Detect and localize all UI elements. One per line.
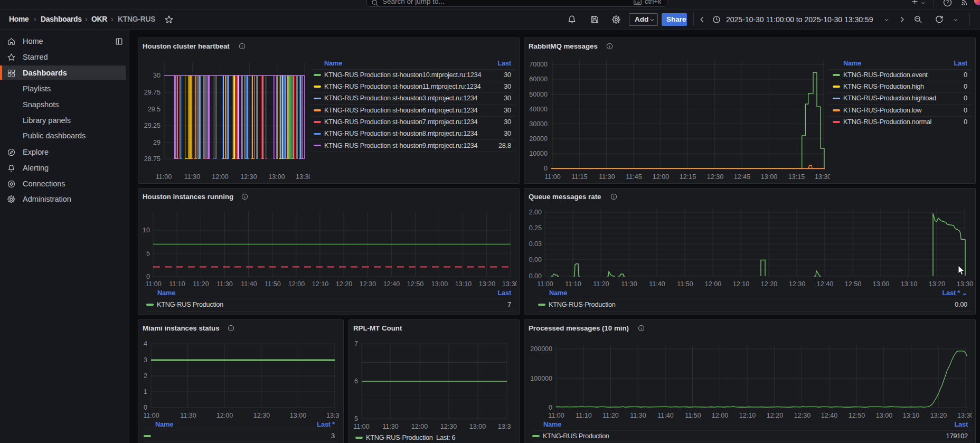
svg-text:?: ? bbox=[946, 0, 949, 5]
